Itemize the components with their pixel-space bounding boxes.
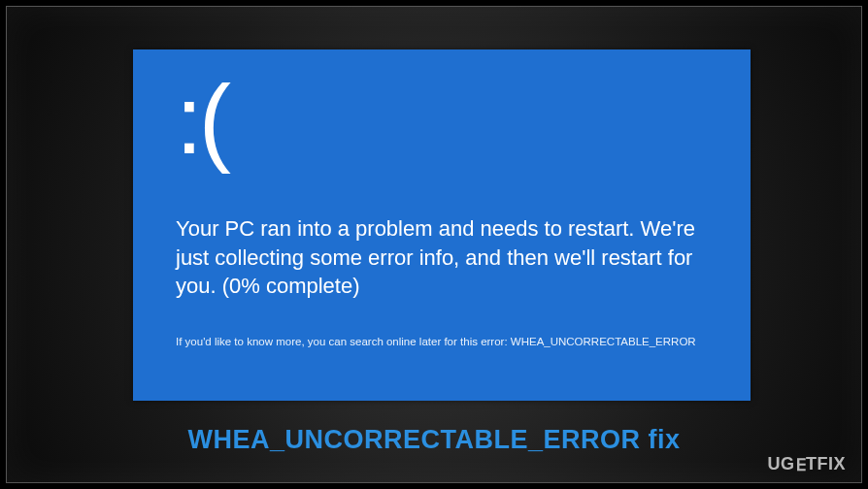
image-caption: WHEA_UNCORRECTABLE_ERROR fix	[7, 425, 861, 455]
bsod-hint: If you'd like to know more, you can sear…	[176, 336, 719, 347]
background-frame: :( Your PC ran into a problem and needs …	[6, 6, 862, 483]
watermark-part1: UG	[768, 454, 795, 473]
bsod-screen: :( Your PC ran into a problem and needs …	[133, 49, 751, 401]
watermark-reversed-e-icon: ∃	[795, 455, 807, 475]
bsod-message: Your PC ran into a problem and needs to …	[176, 214, 719, 301]
watermark-part3: TFIX	[806, 454, 846, 473]
watermark-logo: UG∃TFIX	[768, 454, 847, 474]
sadface-icon: :(	[176, 71, 719, 168]
